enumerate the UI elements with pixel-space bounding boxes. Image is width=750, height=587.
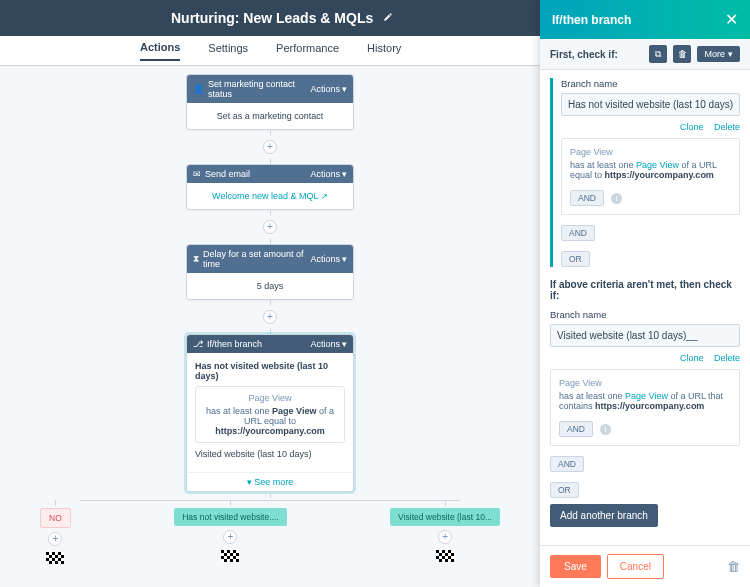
copy-icon[interactable]: ⧉ xyxy=(649,45,667,63)
tab-history[interactable]: History xyxy=(367,42,401,60)
second-check-label: If above criteria aren't met, then check… xyxy=(550,279,740,301)
branch-no: NO + xyxy=(40,502,71,564)
tab-actions[interactable]: Actions xyxy=(140,41,180,61)
tab-settings[interactable]: Settings xyxy=(208,42,248,60)
node-actions-menu[interactable]: Actions ▾ xyxy=(310,84,347,94)
node-actions-menu[interactable]: Actions ▾ xyxy=(310,169,347,179)
node-set-contact-status[interactable]: 👤Set marketing contact status Actions ▾ … xyxy=(186,74,354,130)
branch-2-section: Branch name Clone Delete Page View has a… xyxy=(550,309,740,498)
save-button[interactable]: Save xyxy=(550,555,601,578)
node-if-then[interactable]: ⎇If/then branch Actions ▾ Has not visite… xyxy=(186,334,354,492)
or-chip[interactable]: OR xyxy=(550,482,579,498)
and-chip[interactable]: AND xyxy=(550,456,584,472)
branch-name: Visited website (last 10 days) xyxy=(195,449,345,459)
add-step-button[interactable]: + xyxy=(263,310,277,324)
panel-header: If/then branch ✕ xyxy=(540,0,750,39)
add-step-button[interactable]: + xyxy=(223,530,237,544)
branch-1-section: Branch name Clone Delete Page View has a… xyxy=(550,78,740,267)
edit-title-icon[interactable] xyxy=(383,11,393,25)
branch-name-input[interactable] xyxy=(561,93,740,116)
add-step-button[interactable]: + xyxy=(263,140,277,154)
node-send-email[interactable]: ✉Send email Actions ▾ Welcome new lead &… xyxy=(186,164,354,210)
cancel-button[interactable]: Cancel xyxy=(607,554,664,579)
node-delay[interactable]: ⧗Delay for a set amount of time Actions … xyxy=(186,244,354,300)
goal-icon xyxy=(221,550,239,562)
add-step-button[interactable]: + xyxy=(438,530,452,544)
branch-row: NO + Has not visited website.... + Visit… xyxy=(40,502,500,564)
page-title: Nurturing: New Leads & MQLs xyxy=(171,10,373,26)
info-icon[interactable]: i xyxy=(611,193,622,204)
more-menu[interactable]: More ▾ xyxy=(697,46,740,62)
tab-performance[interactable]: Performance xyxy=(276,42,339,60)
branch-pill[interactable]: Has not visited website.... xyxy=(174,508,286,526)
node-body: 5 days xyxy=(187,273,353,299)
node-actions-menu[interactable]: Actions ▾ xyxy=(310,254,347,264)
delete-icon[interactable]: 🗑 xyxy=(673,45,691,63)
criteria-box: Page View has at least one Page View of … xyxy=(195,386,345,443)
branch-icon: ⎇ xyxy=(193,339,203,349)
and-chip[interactable]: AND xyxy=(570,190,604,206)
trash-icon[interactable]: 🗑 xyxy=(727,559,740,574)
node-actions-menu[interactable]: Actions ▾ xyxy=(310,339,347,349)
email-link[interactable]: Welcome new lead & MQL xyxy=(212,191,318,201)
delete-link[interactable]: Delete xyxy=(714,353,740,363)
external-link-icon[interactable]: ↗ xyxy=(321,192,328,201)
branch-1: Has not visited website.... + xyxy=(174,502,286,564)
clone-link[interactable]: Clone xyxy=(680,122,704,132)
criteria-box[interactable]: Page View has at least one Page View of … xyxy=(561,138,740,215)
goal-icon xyxy=(46,552,64,564)
person-icon: 👤 xyxy=(193,84,204,94)
node-body: Set as a marketing contact xyxy=(187,103,353,129)
clone-link[interactable]: Clone xyxy=(680,353,704,363)
branch-name-input[interactable] xyxy=(550,324,740,347)
add-step-button[interactable]: + xyxy=(263,220,277,234)
and-chip[interactable]: AND xyxy=(559,421,593,437)
and-chip[interactable]: AND xyxy=(561,225,595,241)
branch-pill[interactable]: Visited website (last 10... xyxy=(390,508,500,526)
email-icon: ✉ xyxy=(193,169,201,179)
branch-name-label: Branch name xyxy=(561,78,740,89)
panel-title: If/then branch xyxy=(552,13,631,27)
branch-name-label: Branch name xyxy=(550,309,740,320)
workflow-canvas: 👤Set marketing contact status Actions ▾ … xyxy=(0,66,540,587)
see-more-link[interactable]: ▾ See more xyxy=(187,472,353,491)
hourglass-icon: ⧗ xyxy=(193,254,199,265)
panel-footer: Save Cancel 🗑 xyxy=(540,545,750,587)
goal-icon xyxy=(436,550,454,562)
or-chip[interactable]: OR xyxy=(561,251,590,267)
close-icon[interactable]: ✕ xyxy=(725,10,738,29)
delete-link[interactable]: Delete xyxy=(714,122,740,132)
branch-name: Has not visited website (last 10 days) xyxy=(195,361,345,381)
branch-pill-no[interactable]: NO xyxy=(40,508,71,528)
add-branch-button[interactable]: Add another branch xyxy=(550,504,658,527)
side-panel: If/then branch ✕ First, check if: ⧉ 🗑 Mo… xyxy=(540,0,750,587)
add-step-button[interactable]: + xyxy=(48,532,62,546)
branch-2: Visited website (last 10... + xyxy=(390,502,500,564)
info-icon[interactable]: i xyxy=(600,424,611,435)
first-check-label: First, check if: xyxy=(550,49,618,60)
criteria-box[interactable]: Page View has at least one Page View of … xyxy=(550,369,740,446)
